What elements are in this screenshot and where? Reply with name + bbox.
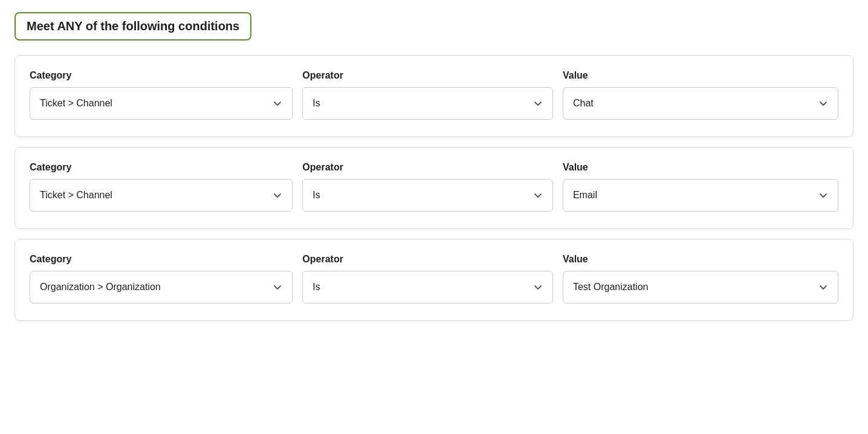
chevron-down-icon <box>273 99 282 108</box>
chevron-down-icon <box>818 190 828 200</box>
category-dropdown-value-1: Ticket > Channel <box>40 98 273 109</box>
value-dropdown-value-2: Email <box>573 190 818 201</box>
condition-row-3: Category Organization > Organization Ope… <box>30 254 838 303</box>
chevron-down-icon <box>533 190 543 200</box>
value-label-1: Value <box>563 70 838 81</box>
operator-dropdown-3[interactable]: Is <box>302 271 553 303</box>
value-dropdown-2[interactable]: Email <box>563 179 838 212</box>
value-dropdown-1[interactable]: Chat <box>563 87 838 120</box>
operator-label-3: Operator <box>302 254 553 265</box>
category-label-2: Category <box>30 162 293 173</box>
value-dropdown-value-3: Test Organization <box>573 282 818 293</box>
field-group-category-2: Category Ticket > Channel <box>30 162 293 212</box>
field-group-value-1: Value Chat <box>563 70 838 120</box>
field-group-operator-2: Operator Is <box>302 162 553 212</box>
operator-label-2: Operator <box>302 162 553 173</box>
operator-dropdown-value-3: Is <box>313 282 533 293</box>
field-group-category-1: Category Ticket > Channel <box>30 70 293 120</box>
operator-dropdown-1[interactable]: Is <box>302 87 553 120</box>
field-group-operator-1: Operator Is <box>302 70 553 120</box>
condition-row-1: Category Ticket > Channel Operator Is <box>30 70 838 120</box>
category-dropdown-2[interactable]: Ticket > Channel <box>30 179 293 212</box>
condition-row-2: Category Ticket > Channel Operator Is <box>30 162 838 212</box>
chevron-down-icon <box>273 190 282 200</box>
category-label-3: Category <box>30 254 293 265</box>
chevron-down-icon <box>533 282 543 292</box>
operator-dropdown-value-1: Is <box>313 98 533 109</box>
operator-label-1: Operator <box>302 70 553 81</box>
category-dropdown-1[interactable]: Ticket > Channel <box>30 87 293 120</box>
operator-dropdown-2[interactable]: Is <box>302 179 553 212</box>
condition-header-badge: Meet ANY of the following conditions <box>15 12 251 40</box>
value-dropdown-value-1: Chat <box>573 98 818 109</box>
chevron-down-icon <box>818 282 828 292</box>
chevron-down-icon <box>273 282 282 292</box>
value-dropdown-3[interactable]: Test Organization <box>563 271 838 303</box>
chevron-down-icon <box>818 99 828 108</box>
condition-card-2: Category Ticket > Channel Operator Is <box>15 147 853 229</box>
condition-card-1: Category Ticket > Channel Operator Is <box>15 55 853 137</box>
condition-header-label: Meet ANY of the following conditions <box>27 19 239 33</box>
category-label-1: Category <box>30 70 293 81</box>
category-dropdown-value-2: Ticket > Channel <box>40 190 273 201</box>
field-group-value-2: Value Email <box>563 162 838 212</box>
field-group-category-3: Category Organization > Organization <box>30 254 293 303</box>
condition-card-3: Category Organization > Organization Ope… <box>15 239 853 321</box>
operator-dropdown-value-2: Is <box>313 190 533 201</box>
value-label-3: Value <box>563 254 838 265</box>
value-label-2: Value <box>563 162 838 173</box>
field-group-value-3: Value Test Organization <box>563 254 838 303</box>
chevron-down-icon <box>533 99 543 108</box>
category-dropdown-value-3: Organization > Organization <box>40 282 273 293</box>
field-group-operator-3: Operator Is <box>302 254 553 303</box>
category-dropdown-3[interactable]: Organization > Organization <box>30 271 293 303</box>
